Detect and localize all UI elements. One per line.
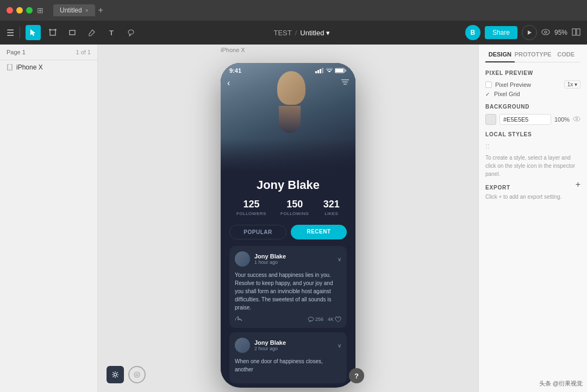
- bg-color-swatch[interactable]: [485, 114, 496, 125]
- rectangle-tool-button[interactable]: [65, 25, 80, 40]
- post-card-2: Jony Blake 2 hour ago ∨ When one door of…: [229, 332, 347, 383]
- tab-close-button[interactable]: ×: [85, 8, 89, 14]
- bottom-left-icons: [107, 366, 146, 383]
- post-actions-1: 256 4K: [235, 316, 341, 323]
- status-bar: 9:41: [221, 63, 355, 74]
- signal-icon: [315, 68, 324, 73]
- canvas-area[interactable]: iPhone X: [98, 45, 478, 392]
- likes-stat: 321 LIKES: [323, 199, 340, 216]
- svg-marker-0: [30, 29, 35, 36]
- tab-label: Untitled: [60, 7, 82, 14]
- layer-item-iphone[interactable]: iPhone X: [0, 60, 97, 74]
- preview-button[interactable]: [541, 28, 550, 37]
- maximize-window-button[interactable]: [26, 7, 33, 14]
- background-row: #E5E5E5 100%: [485, 114, 580, 125]
- separator: [20, 27, 20, 38]
- minimize-window-button[interactable]: [16, 7, 23, 14]
- export-add-button[interactable]: +: [576, 180, 580, 189]
- eye-small-icon: [573, 116, 580, 122]
- bg-visibility-button[interactable]: [573, 116, 580, 123]
- phone-container: iPhone X: [221, 55, 355, 388]
- local-styles-title: LOCAL STYLES: [485, 131, 580, 137]
- panel-tabs: DESIGN PROTOTYPE CODE: [485, 51, 580, 62]
- post-expand-icon-2[interactable]: ∨: [338, 343, 341, 349]
- settings-float-button[interactable]: [107, 366, 124, 383]
- new-tab-button[interactable]: +: [98, 5, 103, 15]
- svg-point-9: [542, 29, 549, 35]
- post-avatar-1: [235, 251, 250, 267]
- select-tool-button[interactable]: [26, 25, 41, 40]
- svg-rect-17: [320, 69, 321, 73]
- phone-hero: 9:41 ‹: [221, 63, 355, 172]
- zoom-level[interactable]: 95%: [554, 29, 567, 36]
- comment-count: 256: [308, 317, 323, 322]
- breadcrumb-current[interactable]: Untitled ▾: [300, 29, 330, 37]
- traffic-lights: [7, 7, 33, 14]
- breadcrumb-parent: TEST: [274, 29, 292, 37]
- breadcrumb: TEST / Untitled ▾: [274, 29, 330, 37]
- back-arrow-button[interactable]: ‹: [227, 78, 230, 88]
- filter-icon-button[interactable]: [341, 78, 349, 87]
- profile-stats: 125 FOLLOWERS 150 FOLLOWING 321 LIKES: [229, 199, 347, 216]
- help-button[interactable]: ?: [349, 368, 364, 383]
- svg-rect-16: [317, 70, 319, 73]
- filter-icon: [341, 79, 349, 85]
- popular-tab[interactable]: POPULAR: [229, 225, 286, 239]
- library-button[interactable]: [572, 28, 580, 37]
- hero-overlay: [221, 139, 355, 172]
- frame-tool-button[interactable]: [45, 25, 60, 40]
- svg-point-10: [545, 31, 547, 33]
- status-icons: [315, 68, 347, 73]
- comment-tool-button[interactable]: [123, 25, 139, 40]
- text-tool-button[interactable]: T: [104, 25, 119, 40]
- pixel-preview-row: Pixel Preview 1x ▾: [485, 80, 580, 88]
- menu-icon[interactable]: ☰: [7, 28, 14, 38]
- local-styles-hint: To create a style, select a layer and cl…: [485, 154, 580, 178]
- checkmark-icon: ✓: [485, 91, 490, 97]
- code-tab[interactable]: CODE: [551, 51, 580, 58]
- bg-color-input[interactable]: #E5E5E5: [499, 114, 551, 125]
- play-button[interactable]: [522, 25, 537, 40]
- smartphone-icon: [7, 64, 13, 71]
- svg-rect-15: [315, 71, 317, 73]
- followers-label: FOLLOWERS: [236, 211, 266, 216]
- recent-tab[interactable]: RECENT: [291, 225, 347, 239]
- svg-rect-18: [322, 68, 323, 73]
- post-user-info-1: Jony Blake 1 hour ago: [254, 253, 333, 265]
- post-username-1: Jony Blake: [254, 253, 333, 260]
- share-button[interactable]: Share: [485, 26, 517, 39]
- pixel-grid-row: ✓ Pixel Grid: [485, 91, 580, 97]
- toolbar-right: B Share 95%: [465, 25, 580, 40]
- grid-icon: ⊞: [37, 6, 43, 15]
- pixel-preview-checkbox[interactable]: [485, 81, 492, 88]
- svg-marker-8: [528, 30, 532, 35]
- toolbar: ☰ T TEST / Untitled ▾ B: [0, 21, 587, 45]
- svg-rect-21: [345, 69, 346, 72]
- svg-rect-1: [50, 30, 55, 35]
- svg-point-7: [128, 30, 134, 34]
- svg-point-28: [136, 374, 138, 376]
- post-card-1: Jony Blake 1 hour ago ∨ Your success and…: [229, 246, 347, 328]
- design-tab[interactable]: DESIGN: [485, 51, 515, 62]
- eye-icon: [541, 29, 550, 35]
- post-time-1: 1 hour ago: [254, 260, 333, 265]
- cursor-icon: [29, 29, 37, 36]
- user-avatar-button[interactable]: B: [465, 25, 480, 40]
- share-icon[interactable]: [235, 316, 242, 323]
- pixel-preview-title: PIXEL PREVIEW: [485, 70, 580, 76]
- circle-float-button[interactable]: [128, 366, 146, 383]
- gear-icon: [111, 371, 119, 378]
- post-expand-icon-1[interactable]: ∨: [338, 256, 341, 262]
- export-header: EXPORT +: [485, 178, 580, 191]
- close-window-button[interactable]: [7, 7, 13, 14]
- pixel-preview-value[interactable]: 1x ▾: [564, 80, 580, 88]
- frame-icon: [49, 29, 57, 36]
- comment-icon: [127, 29, 135, 36]
- pen-icon: [88, 29, 96, 36]
- prototype-tab[interactable]: PROTOTYPE: [515, 51, 552, 58]
- post-time-2: 2 hour ago: [254, 346, 333, 351]
- followers-count: 125: [236, 199, 266, 210]
- document-tab[interactable]: Untitled ×: [53, 4, 95, 16]
- bg-opacity-value: 100%: [554, 116, 570, 123]
- pen-tool-button[interactable]: [84, 25, 99, 40]
